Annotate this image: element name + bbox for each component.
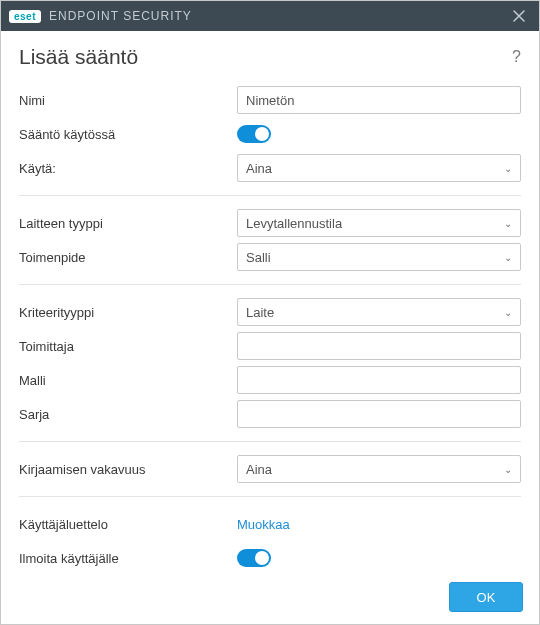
notify-label: Ilmoita käyttäjälle <box>19 551 237 566</box>
criteria-type-label: Kriteerityyppi <box>19 305 237 320</box>
chevron-down-icon: ⌄ <box>504 163 512 174</box>
notify-toggle[interactable] <box>237 549 271 567</box>
device-type-value: Levytallennustila <box>246 216 504 231</box>
name-label: Nimi <box>19 93 237 108</box>
divider <box>19 195 521 196</box>
serial-input[interactable] <box>237 400 521 428</box>
ok-button[interactable]: OK <box>449 582 523 612</box>
name-input[interactable] <box>237 86 521 114</box>
model-label: Malli <box>19 373 237 388</box>
severity-value: Aina <box>246 462 504 477</box>
vendor-input[interactable] <box>237 332 521 360</box>
chevron-down-icon: ⌄ <box>504 307 512 318</box>
apply-label: Käytä: <box>19 161 237 176</box>
chevron-down-icon: ⌄ <box>504 218 512 229</box>
severity-select[interactable]: Aina ⌄ <box>237 455 521 483</box>
chevron-down-icon: ⌄ <box>504 252 512 263</box>
criteria-type-select[interactable]: Laite ⌄ <box>237 298 521 326</box>
divider <box>19 284 521 285</box>
userlist-edit-link[interactable]: Muokkaa <box>237 517 290 532</box>
chevron-down-icon: ⌄ <box>504 464 512 475</box>
rule-enabled-label: Sääntö käytössä <box>19 127 237 142</box>
divider <box>19 496 521 497</box>
divider <box>19 441 521 442</box>
rule-enabled-toggle[interactable] <box>237 125 271 143</box>
action-label: Toimenpide <box>19 250 237 265</box>
severity-label: Kirjaamisen vakavuus <box>19 462 237 477</box>
action-select[interactable]: Salli ⌄ <box>237 243 521 271</box>
device-type-label: Laitteen tyyppi <box>19 216 237 231</box>
apply-value: Aina <box>246 161 504 176</box>
page-title: Lisää sääntö <box>19 45 138 69</box>
model-input[interactable] <box>237 366 521 394</box>
apply-select[interactable]: Aina ⌄ <box>237 154 521 182</box>
serial-label: Sarja <box>19 407 237 422</box>
criteria-type-value: Laite <box>246 305 504 320</box>
help-icon[interactable]: ? <box>512 48 521 66</box>
device-type-select[interactable]: Levytallennustila ⌄ <box>237 209 521 237</box>
close-icon[interactable] <box>507 4 531 28</box>
titlebar: eset ENDPOINT SECURITY <box>1 1 539 31</box>
brand-badge: eset <box>9 10 41 23</box>
content-area: Lisää sääntö ? Nimi Sääntö käytössä Käyt… <box>1 31 539 570</box>
vendor-label: Toimittaja <box>19 339 237 354</box>
footer: OK <box>1 570 539 624</box>
userlist-label: Käyttäjäluettelo <box>19 517 237 532</box>
action-value: Salli <box>246 250 504 265</box>
product-name: ENDPOINT SECURITY <box>49 9 192 23</box>
